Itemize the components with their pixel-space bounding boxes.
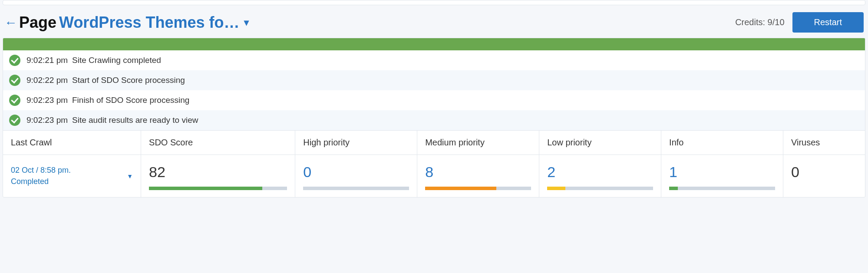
page-title: Page WordPress Themes fo… ▾ — [19, 13, 249, 32]
col-sdo-score: SDO Score — [141, 131, 295, 155]
low-priority-bar — [547, 187, 653, 190]
high-priority-bar — [303, 187, 409, 190]
low-priority-value[interactable]: 2 — [547, 164, 653, 181]
medium-priority-bar — [425, 187, 531, 190]
log-message: Site Crawling completed — [72, 56, 161, 65]
viruses-cell: 0 — [783, 155, 865, 197]
log-message: Site audit results are ready to view — [72, 115, 198, 125]
info-bar — [669, 187, 775, 190]
check-icon — [9, 95, 20, 106]
credits-label: Credits: 9/10 — [735, 17, 784, 27]
chevron-down-icon[interactable]: ▼ — [127, 173, 133, 180]
log-message: Finish of SDO Score processing — [72, 95, 189, 105]
viruses-value: 0 — [791, 164, 857, 181]
title-dropdown-caret-icon[interactable]: ▾ — [244, 17, 249, 28]
back-arrow-icon[interactable]: ← — [4, 16, 17, 29]
col-low-priority: Low priority — [539, 131, 661, 155]
col-viruses: Viruses — [783, 131, 865, 155]
log-row: 9:02:22 pm Start of SDO Score processing — [3, 70, 865, 90]
log-time: 9:02:23 pm — [26, 115, 72, 125]
page-header: ← Page WordPress Themes fo… ▾ Credits: 9… — [0, 9, 868, 38]
last-crawl-date: 02 Oct / 8:58 pm. — [11, 165, 71, 176]
log-row: 9:02:21 pm Site Crawling completed — [3, 50, 865, 70]
last-crawl-dropdown[interactable]: 02 Oct / 8:58 pm. Completed — [11, 165, 71, 187]
check-icon — [9, 55, 20, 66]
log-time: 9:02:22 pm — [26, 76, 72, 85]
progress-complete-bar — [3, 38, 865, 50]
sdo-score-value: 82 — [149, 164, 287, 181]
col-last-crawl: Last Crawl — [3, 131, 141, 155]
medium-priority-value[interactable]: 8 — [425, 164, 531, 181]
log-message: Start of SDO Score processing — [72, 76, 185, 85]
low-priority-cell: 2 — [539, 155, 661, 197]
log-time: 9:02:21 pm — [26, 56, 72, 65]
log-row: 9:02:23 pm Finish of SDO Score processin… — [3, 90, 865, 110]
info-cell: 1 — [661, 155, 783, 197]
restart-button[interactable]: Restart — [792, 12, 864, 33]
last-crawl-status: Completed — [11, 176, 71, 187]
medium-priority-cell: 8 — [417, 155, 539, 197]
col-high-priority: High priority — [295, 131, 417, 155]
check-icon — [9, 115, 20, 126]
metrics-header-row: Last Crawl SDO Score High priority Mediu… — [3, 130, 865, 155]
check-icon — [9, 75, 20, 86]
page-title-link[interactable]: WordPress Themes fo… — [59, 13, 239, 32]
info-value[interactable]: 1 — [669, 164, 775, 181]
sdo-score-cell: 82 — [141, 155, 295, 197]
sdo-score-bar — [149, 187, 287, 190]
metrics-body-row: 02 Oct / 8:58 pm. Completed ▼ 82 0 8 2 1… — [3, 155, 865, 197]
audit-panel: 9:02:21 pm Site Crawling completed 9:02:… — [3, 38, 865, 197]
log-time: 9:02:23 pm — [26, 95, 72, 105]
col-info: Info — [661, 131, 783, 155]
last-crawl-cell[interactable]: 02 Oct / 8:58 pm. Completed ▼ — [3, 155, 141, 197]
log-row: 9:02:23 pm Site audit results are ready … — [3, 110, 865, 130]
page-title-prefix: Page — [19, 13, 56, 32]
high-priority-value[interactable]: 0 — [303, 164, 409, 181]
col-medium-priority: Medium priority — [417, 131, 539, 155]
high-priority-cell: 0 — [295, 155, 417, 197]
previous-panel-stub — [3, 0, 865, 5]
